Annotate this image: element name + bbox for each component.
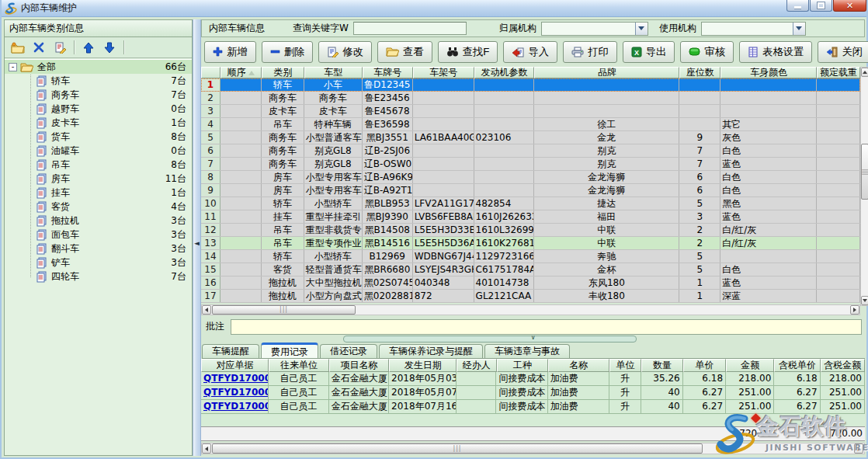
table-settings-button[interactable]: 表格设置 — [739, 41, 812, 63]
column-header[interactable]: 车型 — [304, 67, 363, 78]
tree-item[interactable]: 翻斗车3台 — [5, 242, 192, 256]
plus-button[interactable]: 新增 — [204, 41, 256, 63]
tree-item[interactable]: 四轮车7台 — [5, 269, 192, 283]
delete-x-icon[interactable] — [32, 41, 46, 54]
column-header[interactable]: 数量 — [641, 359, 682, 372]
document-link[interactable]: QTFYD170000047 — [201, 400, 269, 414]
excel-button[interactable]: X导出 — [623, 41, 675, 63]
column-header[interactable]: 车牌号 — [363, 67, 413, 78]
vehicle-table-hscrollbar[interactable]: ||| — [201, 304, 860, 315]
vehicle-row[interactable]: 3皮卡车皮卡车鲁E45678 — [201, 105, 860, 118]
vehicle-row[interactable]: 5商务车小型普通客车黑BJ3551LA61BAA40GB51023106金龙9灰… — [201, 131, 860, 144]
exit-door-button[interactable]: 关闭 — [818, 41, 868, 63]
vehicle-row[interactable]: 13吊车重型专项作业黑B14516L5E5H5D36AA0C1610K27681… — [201, 237, 860, 250]
panel-splitter[interactable]: ◄ — [193, 19, 201, 456]
tab-4[interactable]: 车辆保养记录与提醒 — [379, 344, 483, 358]
maximize-button[interactable] — [810, 0, 832, 12]
tree-item[interactable]: 面包车3台 — [5, 228, 192, 242]
vehicle-row[interactable]: 9房车小型专用客车辽B-A92T1金龙海狮6白色 — [201, 184, 860, 197]
vehicle-table-vscrollbar[interactable]: ||| — [860, 67, 868, 306]
scroll-left-button[interactable] — [202, 443, 211, 454]
row-number-header[interactable] — [201, 67, 220, 78]
collapse-down-icon[interactable]: ∨ — [531, 334, 536, 341]
tab-5[interactable]: 车辆违章与事故 — [484, 344, 570, 358]
owner-org-select[interactable] — [541, 22, 648, 36]
scroll-down-button[interactable] — [861, 296, 868, 305]
arrow-down-icon[interactable] — [102, 41, 116, 54]
column-header[interactable]: 金额 — [726, 359, 774, 372]
import-button[interactable]: 导入 — [503, 41, 557, 63]
tree-item[interactable]: 房车11台 — [5, 172, 192, 186]
column-header[interactable]: 对应单据 — [201, 359, 269, 372]
expense-row[interactable]: QTFYD170000046自己员工金石金融大厦2018年05月07日间接费成本… — [201, 386, 865, 400]
chevron-down-icon[interactable] — [793, 23, 805, 35]
edit-button[interactable]: 修改 — [318, 41, 372, 63]
collapse-left-icon[interactable]: ◄ — [194, 239, 200, 247]
tree-item[interactable]: 拖拉机3台 — [5, 214, 192, 228]
tree-item[interactable]: 铲车3台 — [5, 256, 192, 269]
tab-2[interactable]: 费用记录 — [261, 343, 318, 358]
expense-row[interactable]: QTFYD170000045自己员工金石金融大厦2018年05月03日间接费成本… — [201, 372, 865, 386]
vehicle-row[interactable]: 8房车小型专用客车辽B-A96K9金龙海狮6白色 — [201, 171, 860, 184]
tree-item[interactable]: 客货4台 — [5, 200, 192, 214]
tree-item[interactable]: 越野车0台 — [5, 102, 192, 116]
tree-item[interactable]: 商务车7台 — [5, 88, 192, 102]
hscroll-thumb[interactable]: ||| — [212, 305, 356, 315]
column-header[interactable]: 工种 — [497, 359, 548, 372]
tab-1[interactable]: 车辆提醒 — [202, 344, 259, 358]
vscroll-thumb[interactable]: ||| — [861, 144, 868, 200]
edit-doc-icon[interactable] — [53, 41, 67, 54]
collapse-expand-icon[interactable]: - — [9, 63, 17, 71]
minimize-button[interactable] — [786, 0, 809, 12]
arrow-up-icon[interactable] — [82, 41, 95, 54]
document-link[interactable]: QTFYD170000045 — [201, 372, 269, 386]
column-header[interactable]: 往来单位 — [269, 359, 329, 372]
tree-item[interactable]: 油罐车0台 — [5, 144, 192, 158]
vehicle-row[interactable]: 16拖拉机大中型拖拉机黑02S0745040348401014738东风1801… — [201, 276, 860, 290]
column-header[interactable]: 类别 — [262, 67, 304, 78]
vehicle-row[interactable]: 12吊车重型非载货专黑B14508L5E5H3D33BA031610L32699… — [201, 224, 860, 237]
remark-input[interactable] — [231, 319, 862, 335]
column-header[interactable]: 发生日期 — [389, 359, 457, 372]
tree-item[interactable]: 吊车8台 — [5, 158, 192, 172]
vehicle-row[interactable]: 10轿车小型轿车黑BLB953LFV2A11G17305482854捷达5黑色 — [201, 197, 860, 210]
column-header[interactable]: 座位数 — [679, 67, 720, 78]
column-header[interactable]: 车架号 — [413, 67, 474, 78]
binoculars-button[interactable]: 查找F — [438, 41, 498, 63]
scroll-left-button[interactable] — [202, 305, 211, 315]
vehicle-row[interactable]: 11挂车重型半挂牵引黑BJ9390LVBS6FEB8AL051610J26263… — [201, 210, 860, 224]
column-header[interactable]: 发动机参数 — [474, 67, 535, 78]
minus-button[interactable]: 删除 — [262, 41, 314, 63]
query-input[interactable] — [353, 22, 467, 35]
column-header[interactable]: 项目名称 — [329, 359, 389, 372]
column-header[interactable]: 单位 — [609, 359, 642, 372]
column-header[interactable]: 车身颜色 — [720, 67, 817, 78]
tree-root-item[interactable]: -全部66台 — [5, 60, 192, 74]
tree-item[interactable]: 货车8台 — [5, 130, 192, 144]
column-header[interactable]: 含税单价 — [774, 359, 820, 372]
vehicle-row[interactable]: 14轿车小型轿车B12969WDBNG67J44A39112972316633奔… — [201, 250, 860, 263]
vehicle-row[interactable]: 2商务车商务车鲁E23456 — [201, 92, 860, 105]
column-header[interactable]: 单价 — [683, 359, 726, 372]
chevron-down-icon[interactable] — [635, 23, 648, 35]
vehicle-row[interactable]: 15客货轻型普通货车黑BR6680LSYEJS4R3GH0CC61751784A… — [201, 263, 860, 276]
vehicle-row[interactable]: 4吊车特种车辆鲁E36598徐工其它 — [201, 118, 860, 131]
column-header[interactable]: 名称 — [548, 359, 609, 372]
vehicle-row[interactable]: 7商务车别克GL8辽B-OSW01别克7蓝色 — [201, 158, 860, 171]
column-header[interactable]: 经办人 — [457, 359, 496, 372]
user-org-select[interactable] — [701, 22, 806, 36]
tab-3[interactable]: 借还记录 — [320, 344, 377, 358]
column-header[interactable]: 额定载重 — [817, 67, 860, 78]
document-link[interactable]: QTFYD170000046 — [201, 386, 269, 400]
column-header[interactable]: 品牌 — [534, 67, 679, 78]
vehicle-row[interactable]: 17拖拉机小型方向盘式黑0202881872GL2121CAA丰收1801深蓝 — [201, 290, 860, 303]
folder-open-button[interactable]: 查看 — [377, 41, 432, 63]
column-header[interactable]: 含税金额 — [821, 359, 865, 372]
vehicle-row[interactable]: 6商务车别克GL8辽B-2SJ06别克7白色 — [201, 144, 860, 158]
printer-button[interactable]: 打印 — [563, 41, 617, 63]
bottom-panel-splitter[interactable]: ∨ — [343, 336, 637, 343]
close-button[interactable]: ✕ — [833, 0, 866, 12]
tree-item[interactable]: 皮卡车1台 — [5, 116, 192, 130]
folder-new-icon[interactable] — [11, 41, 25, 54]
column-header[interactable]: 顺序 — [220, 67, 262, 78]
